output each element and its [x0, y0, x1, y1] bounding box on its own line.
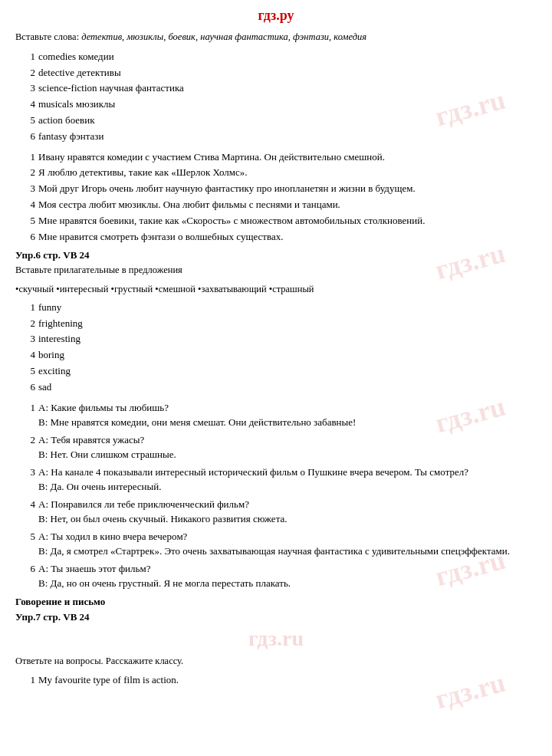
list-item: 3science-fiction научная фантастика [23, 81, 537, 97]
dialog-item: 2 А: Тебя нравятся ужасы? В: Нет. Они сл… [23, 432, 537, 462]
section1-intro-text: Вставьте слова: [15, 31, 81, 42]
section2-adjective-list: 1funny 2frightening 3interesting 4boring… [23, 300, 537, 396]
list-item: 2Я люблю детективы, такие как «Шерлок Хо… [23, 165, 537, 181]
watermark-center: гдз.ru [15, 626, 537, 651]
list-item: 4musicals мюзиклы [23, 97, 537, 113]
list-item: 5Мне нравятся боевики, такие как «Скорос… [23, 213, 537, 229]
section3-heading2: Упр.7 стр. VB 24 [15, 611, 537, 623]
section2-intro: Вставьте прилагательные в предложения [15, 263, 537, 278]
list-item: 1Ивану нравятся комедии с участием Стива… [23, 150, 537, 166]
section3-heading1: Говорение и письмо [15, 596, 537, 608]
list-item: 6sad [23, 380, 537, 396]
page-header: гдз.ру [15, 8, 537, 24]
section1-sentence-list: 1Ивану нравятся комедии с участием Стива… [23, 150, 537, 245]
list-item: 5exciting [23, 363, 537, 380]
dialog-item: 6 А: Ты знаешь этот фильм? В: Да, но он … [23, 561, 537, 591]
section1-intro: Вставьте слова: детектив, мюзиклы, боеви… [15, 30, 537, 44]
list-item: 3interesting [23, 331, 537, 347]
section2-dialog-list: 1 А: Какие фильмы ты любишь? В: Мне нрав… [23, 400, 537, 591]
list-item: 6Мне нравится смотреть фэнтази о волшебн… [23, 229, 537, 245]
section3-intro: Ответьте на вопросы. Расскажите классу. [15, 654, 537, 669]
list-item: 4boring [23, 347, 537, 363]
list-item: 1 My favourite type of film is action. [23, 672, 537, 689]
section1-word-list: 1comedies комедии 2detective детективы 3… [23, 49, 537, 145]
list-item: 2frightening [23, 316, 537, 332]
list-item: 1funny [23, 300, 537, 316]
list-item: 1comedies комедии [23, 49, 537, 65]
dialog-item: 5 А: Ты ходил в кино вчера вечером? В: Д… [23, 529, 537, 559]
list-item: 5action боевик [23, 113, 537, 129]
list-item: 6fantasy фэнтази [23, 129, 537, 145]
section2-bullets: •скучный •интересный •грустный •смешной … [15, 282, 537, 297]
dialog-item: 4 А: Понравился ли тебе приключенческий … [23, 497, 537, 527]
section3-list: 1 My favourite type of film is action. [23, 672, 537, 689]
list-item: 4Моя сестра любит мюзиклы. Она любит фил… [23, 197, 537, 213]
list-item: 3Мой друг Игорь очень любит научную фант… [23, 181, 537, 197]
section2-heading: Упр.6 стр. VB 24 [15, 249, 537, 261]
dialog-item: 1 А: Какие фильмы ты любишь? В: Мне нрав… [23, 400, 537, 430]
list-item: 2detective детективы [23, 65, 537, 81]
section1-words: детектив, мюзиклы, боевик, научная фанта… [81, 31, 366, 42]
dialog-item: 3 А: На канале 4 показывали интересный и… [23, 465, 537, 495]
